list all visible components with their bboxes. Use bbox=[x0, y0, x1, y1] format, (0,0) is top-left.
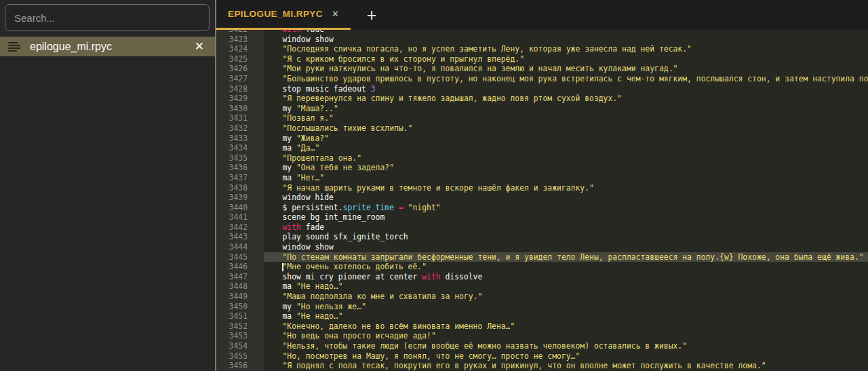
code-text[interactable]: my "Она тебя не задела?" bbox=[264, 163, 868, 173]
line-number[interactable]: 3453 bbox=[216, 331, 264, 341]
code-text[interactable]: window show bbox=[264, 242, 868, 252]
line-number[interactable]: 3433 bbox=[216, 134, 264, 144]
code-line[interactable]: 3439 window hide bbox=[216, 193, 868, 203]
code-text[interactable]: "По стенам комнаты запрыгали бесформенны… bbox=[264, 252, 868, 262]
code-line[interactable]: 3435 "Прошептала она." bbox=[216, 153, 868, 163]
code-line[interactable]: 3425 "Я с криком бросился в их сторону и… bbox=[216, 54, 868, 64]
code-text[interactable]: $ persistent.sprite_time = "night" bbox=[264, 203, 868, 213]
code-text[interactable]: ma "Не надо…" bbox=[264, 311, 868, 321]
code-line[interactable]: 3445 "По стенам комнаты запрыгали бесфор… bbox=[216, 252, 868, 262]
code-text[interactable]: with fade bbox=[264, 30, 868, 35]
code-text[interactable]: "Маша подползла ко мне и схватила за ног… bbox=[264, 292, 868, 302]
code-line[interactable]: 3451 ma "Не надо…" bbox=[216, 311, 868, 321]
code-line[interactable]: 3429 "Я перевернулся на спину и тяжело з… bbox=[216, 94, 868, 104]
line-number[interactable]: 3454 bbox=[216, 341, 264, 351]
code-text[interactable]: scene bg int_mine_room bbox=[264, 212, 868, 222]
code-line[interactable]: 3437 ma "Нет…" bbox=[216, 173, 868, 183]
line-number[interactable]: 3440 bbox=[216, 203, 264, 213]
code-editor[interactable]: 3422 with fade3423 window show3424 "Посл… bbox=[216, 30, 868, 371]
line-number[interactable]: 3442 bbox=[216, 222, 264, 233]
line-number[interactable]: 3434 bbox=[216, 143, 264, 153]
close-tab-icon[interactable]: ✕ bbox=[332, 9, 339, 19]
code-line[interactable]: 3444 window show bbox=[216, 242, 868, 252]
code-text[interactable]: "Я с криком бросился в их сторону и прыг… bbox=[264, 54, 868, 64]
code-line[interactable]: 3431 "Позвал я." bbox=[216, 113, 868, 123]
code-text[interactable]: "Позвал я." bbox=[264, 113, 868, 123]
line-number[interactable]: 3427 bbox=[216, 74, 264, 84]
code-text[interactable]: my "Маша?.." bbox=[264, 104, 868, 114]
code-text[interactable]: window show bbox=[264, 35, 868, 45]
line-number[interactable]: 3432 bbox=[216, 123, 264, 134]
tab-active-file[interactable]: EPILOGUE_MI.RPYC ✕ bbox=[216, 0, 351, 30]
code-line[interactable]: 3432 "Послышались тихие всхлипы." bbox=[216, 123, 868, 134]
code-text[interactable]: my "Жива?" bbox=[264, 134, 868, 144]
code-line[interactable]: 3448 ma "Не надо…" bbox=[216, 281, 868, 292]
line-number[interactable]: 3423 bbox=[216, 35, 264, 45]
code-text[interactable]: "Послышались тихие всхлипы." bbox=[264, 123, 868, 134]
line-number[interactable]: 3449 bbox=[216, 292, 264, 302]
code-line[interactable]: 3455 "Но, посмотрев на Машу, я понял, чт… bbox=[216, 351, 868, 362]
code-line[interactable]: 3442 with fade bbox=[216, 222, 868, 233]
code-text[interactable]: stop music fadeout 3 bbox=[264, 84, 868, 94]
search-input[interactable] bbox=[5, 4, 210, 31]
code-text[interactable]: "Конечно, далеко не во всём виновата име… bbox=[264, 321, 868, 332]
line-number[interactable]: 3435 bbox=[216, 153, 264, 163]
line-number[interactable]: 3448 bbox=[216, 281, 264, 292]
code-text[interactable]: ma "Нет…" bbox=[264, 173, 868, 183]
line-number[interactable]: 3426 bbox=[216, 64, 264, 74]
code-line[interactable]: 3440 $ persistent.sprite_time = "night" bbox=[216, 203, 868, 213]
line-number[interactable]: 3436 bbox=[216, 163, 264, 173]
line-number[interactable]: 3451 bbox=[216, 311, 264, 321]
code-line[interactable]: 3423 window show bbox=[216, 35, 868, 45]
code-text[interactable]: window hide bbox=[264, 193, 868, 203]
line-number[interactable]: 3452 bbox=[216, 321, 264, 332]
code-line[interactable]: 3438 "Я начал шарить руками в темноте и … bbox=[216, 183, 868, 193]
code-text[interactable]: "Но ведь она просто исчадие ада!" bbox=[264, 331, 868, 341]
code-text[interactable]: "Мне очень хотелось добить её." bbox=[264, 262, 868, 272]
code-line[interactable]: 3454 "Нельзя, чтобы такие люди (если воо… bbox=[216, 341, 868, 351]
sidebar-item-file[interactable]: epilogue_mi.rpyc ✕ bbox=[0, 37, 215, 56]
line-number[interactable]: 3455 bbox=[216, 351, 264, 362]
line-number[interactable]: 3441 bbox=[216, 212, 264, 222]
code-text[interactable]: ma "Не надо…" bbox=[264, 281, 868, 292]
code-text[interactable]: "Я перевернулся на спину и тяжело задыша… bbox=[264, 94, 868, 104]
code-text[interactable]: "Последняя спичка погасла, но я успел за… bbox=[264, 44, 868, 54]
line-number[interactable]: 3444 bbox=[216, 242, 264, 252]
code-line[interactable]: 3430 my "Маша?.." bbox=[216, 104, 868, 114]
code-line[interactable]: 3450 my "Но нельзя же…" bbox=[216, 302, 868, 312]
line-number[interactable]: 3439 bbox=[216, 193, 264, 203]
code-line[interactable]: 3447 show mi cry pioneer at center with … bbox=[216, 272, 868, 282]
code-line[interactable]: 3452 "Конечно, далеко не во всём виноват… bbox=[216, 321, 868, 332]
code-line[interactable]: 3449 "Маша подползла ко мне и схватила з… bbox=[216, 292, 868, 302]
line-number[interactable]: 3450 bbox=[216, 302, 264, 312]
line-number[interactable]: 3430 bbox=[216, 104, 264, 114]
code-line[interactable]: 3433 my "Жива?" bbox=[216, 134, 868, 144]
code-text[interactable]: show mi cry pioneer at center with disso… bbox=[264, 272, 868, 282]
code-line[interactable]: 3428 stop music fadeout 3 bbox=[216, 84, 868, 94]
line-number[interactable]: 3425 bbox=[216, 54, 264, 64]
code-text[interactable]: "Я поднял с пола тесак, покрутил его в р… bbox=[264, 361, 868, 371]
code-line[interactable]: 3424 "Последняя спичка погасла, но я усп… bbox=[216, 44, 868, 54]
line-number[interactable]: 3456 bbox=[216, 361, 264, 371]
line-number[interactable]: 3446 bbox=[216, 262, 264, 272]
code-line[interactable]: 3441 scene bg int_mine_room bbox=[216, 212, 868, 222]
code-line[interactable]: 3443 play sound sfx_ignite_torch bbox=[216, 232, 868, 242]
code-text[interactable]: "Большинство ударов пришлось в пустоту, … bbox=[264, 74, 868, 84]
code-text[interactable]: play sound sfx_ignite_torch bbox=[264, 232, 868, 242]
code-text[interactable]: "Я начал шарить руками в темноте и вскор… bbox=[264, 183, 868, 193]
line-number[interactable]: 3422 bbox=[216, 30, 264, 35]
code-text[interactable]: with fade bbox=[264, 222, 868, 233]
code-line[interactable]: 3434 ma "Да…" bbox=[216, 143, 868, 153]
close-file-icon[interactable]: ✕ bbox=[192, 39, 207, 54]
code-line[interactable]: 3446 "Мне очень хотелось добить её." bbox=[216, 262, 868, 272]
code-text[interactable]: "Нельзя, чтобы такие люди (если вообще е… bbox=[264, 341, 868, 351]
code-line[interactable]: 3426 "Мои руки наткнулись на что-то, я п… bbox=[216, 64, 868, 74]
code-line[interactable]: 3453 "Но ведь она просто исчадие ада!" bbox=[216, 331, 868, 341]
code-line[interactable]: 3422 with fade bbox=[216, 30, 868, 35]
line-number[interactable]: 3438 bbox=[216, 183, 264, 193]
code-text[interactable]: ma "Да…" bbox=[264, 143, 868, 153]
line-number[interactable]: 3437 bbox=[216, 173, 264, 183]
line-number[interactable]: 3428 bbox=[216, 84, 264, 94]
line-number[interactable]: 3443 bbox=[216, 232, 264, 242]
code-text[interactable]: "Прошептала она." bbox=[264, 153, 868, 163]
